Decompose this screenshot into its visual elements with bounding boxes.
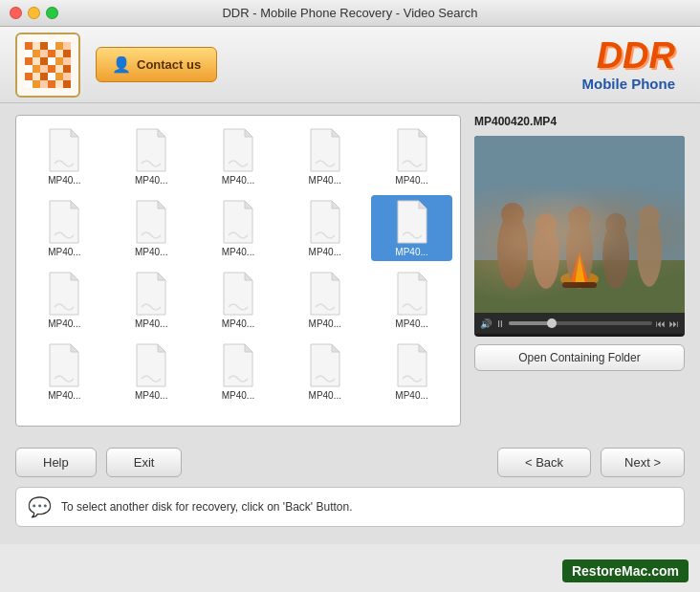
file-item[interactable]: MP40...: [198, 339, 279, 405]
file-item[interactable]: MP40...: [24, 267, 105, 333]
back-button[interactable]: < Back: [497, 448, 591, 477]
help-button[interactable]: Help: [15, 448, 97, 477]
file-icon: [219, 342, 257, 388]
skip-back-icon[interactable]: ⏮: [656, 318, 666, 329]
file-icon: [219, 199, 257, 245]
file-item[interactable]: MP40...: [284, 267, 365, 333]
brand-title: DDR: [582, 37, 676, 74]
progress-bar[interactable]: [509, 321, 652, 325]
logo-box: [15, 33, 80, 98]
file-item[interactable]: MP40...: [198, 123, 279, 189]
header: 👤 Contact us DDR Mobile Phone: [0, 27, 700, 103]
file-label: MP40...: [309, 175, 341, 186]
file-item[interactable]: MP40...: [284, 339, 365, 405]
window-title: DDR - Mobile Phone Recovery - Video Sear…: [222, 6, 477, 20]
brand-block: DDR Mobile Phone: [582, 37, 676, 92]
file-item[interactable]: MP40...: [24, 339, 105, 405]
file-item[interactable]: MP40...: [111, 267, 192, 333]
image-overlay: [474, 136, 685, 313]
file-icon: [132, 199, 170, 245]
skip-forward-icon[interactable]: ⏭: [669, 318, 679, 329]
file-item[interactable]: MP40...: [198, 195, 279, 261]
exit-button[interactable]: Exit: [106, 448, 183, 477]
progress-thumb: [547, 318, 557, 328]
file-icon: [393, 271, 431, 317]
status-text: To select another disk for recovery, cli…: [61, 500, 353, 514]
file-panel[interactable]: MP40... MP40... MP40... MP40... MP40... …: [15, 115, 461, 427]
file-label: MP40...: [395, 318, 427, 329]
contact-label: Contact us: [137, 57, 201, 72]
file-icon: [393, 342, 431, 388]
maximize-button[interactable]: [46, 7, 58, 19]
file-item[interactable]: MP40...: [111, 195, 192, 261]
file-item[interactable]: MP40...: [371, 195, 452, 261]
file-label: MP40...: [48, 390, 80, 401]
file-icon: [132, 342, 170, 388]
window-controls[interactable]: [10, 7, 58, 19]
file-item[interactable]: MP40...: [284, 195, 365, 261]
file-label: MP40...: [135, 175, 167, 186]
bottom-area: Help Exit < Back Next > 💬 To select anot…: [0, 438, 700, 544]
next-button[interactable]: Next >: [601, 448, 685, 477]
preview-filename: MP400420.MP4: [474, 115, 685, 128]
minimize-button[interactable]: [28, 7, 40, 19]
file-label: MP40...: [135, 318, 167, 329]
file-label: MP40...: [135, 247, 167, 257]
file-label: MP40...: [135, 390, 167, 401]
file-label: MP40...: [222, 318, 254, 329]
file-label: MP40...: [48, 247, 80, 257]
file-label: MP40...: [48, 318, 80, 329]
logo-icon: [25, 42, 71, 88]
file-item[interactable]: MP40...: [284, 123, 365, 189]
file-label: MP40...: [395, 247, 427, 257]
open-folder-button[interactable]: Open Containing Folder: [474, 344, 685, 371]
file-icon: [45, 342, 83, 388]
contact-button[interactable]: 👤 Contact us: [96, 47, 217, 82]
play-pause-icon[interactable]: ⏸: [495, 318, 505, 329]
file-icon: [219, 271, 257, 317]
brand-subtitle: Mobile Phone: [582, 76, 676, 92]
file-grid: MP40... MP40... MP40... MP40... MP40... …: [24, 123, 452, 405]
volume-icon[interactable]: 🔊: [480, 318, 492, 329]
file-icon: [393, 199, 431, 245]
preview-panel: MP400420.MP4: [474, 115, 685, 427]
file-icon: [306, 127, 344, 173]
file-icon: [393, 127, 431, 173]
file-label: MP40...: [395, 390, 427, 401]
file-item[interactable]: MP40...: [371, 123, 452, 189]
close-button[interactable]: [10, 7, 22, 19]
file-label: MP40...: [309, 390, 341, 401]
file-item[interactable]: MP40...: [24, 123, 105, 189]
file-label: MP40...: [309, 318, 341, 329]
file-icon: [45, 127, 83, 173]
file-label: MP40...: [222, 247, 254, 257]
file-icon: [306, 271, 344, 317]
file-label: MP40...: [309, 247, 341, 257]
file-label: MP40...: [222, 390, 254, 401]
file-icon: [306, 199, 344, 245]
file-icon: [45, 199, 83, 245]
file-icon: [219, 127, 257, 173]
preview-image: [474, 136, 685, 313]
status-icon: 💬: [28, 495, 52, 518]
file-label: MP40...: [222, 175, 254, 186]
file-icon: [132, 127, 170, 173]
file-item[interactable]: MP40...: [111, 339, 192, 405]
watermark: RestoreMac.com: [562, 559, 689, 582]
title-bar: DDR - Mobile Phone Recovery - Video Sear…: [0, 0, 700, 27]
file-label: MP40...: [395, 175, 427, 186]
file-icon: [132, 271, 170, 317]
file-item[interactable]: MP40...: [371, 339, 452, 405]
file-icon: [45, 271, 83, 317]
file-item[interactable]: MP40...: [371, 267, 452, 333]
file-item[interactable]: MP40...: [24, 195, 105, 261]
file-item[interactable]: MP40...: [198, 267, 279, 333]
status-bar: 💬 To select another disk for recovery, c…: [15, 487, 685, 527]
file-label: MP40...: [48, 175, 80, 186]
file-icon: [306, 342, 344, 388]
video-controls[interactable]: 🔊 ⏸ ⏮ ⏭: [474, 313, 685, 334]
preview-box: 🔊 ⏸ ⏮ ⏭: [474, 136, 685, 337]
progress-fill: [509, 321, 552, 325]
file-item[interactable]: MP40...: [111, 123, 192, 189]
main-content: MP40... MP40... MP40... MP40... MP40... …: [0, 103, 700, 438]
